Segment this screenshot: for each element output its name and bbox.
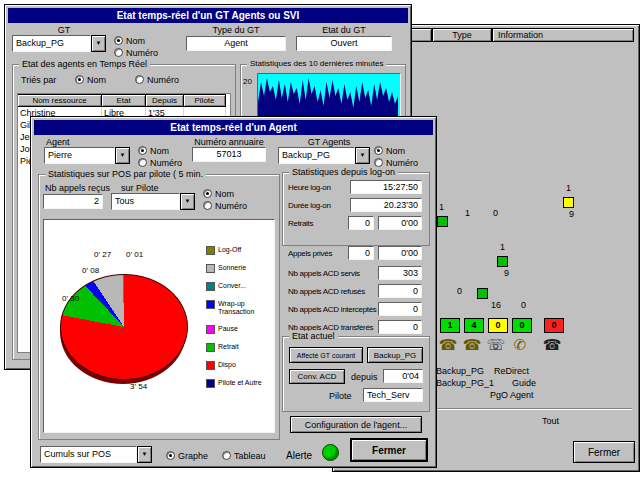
- desktop: Type Information 1911019016014000☎☎☏✆☎Ba…: [0, 0, 640, 480]
- pilote-label: Pilote: [329, 391, 352, 401]
- gt-agents-combobox-value[interactable]: Backup_PG: [278, 147, 355, 164]
- radio-label: Nom: [87, 75, 106, 85]
- radio-circle: [203, 189, 212, 198]
- radio-gtagents-nom[interactable]: Nom: [374, 145, 405, 156]
- legend-label: Wrap-up Transaction: [218, 300, 270, 316]
- etat-actuel-group: Etat actuel Affecté GT courant Backup_PG…: [282, 336, 430, 412]
- gt-window-titlebar[interactable]: Etat temps-réel d'un GT Agents ou SVI: [8, 8, 408, 23]
- node-count-label: 0: [493, 208, 498, 218]
- agents-group-title: Etat des agents en Temps Réel: [19, 59, 150, 69]
- alerte-label: Alerte: [286, 450, 312, 461]
- agent-window-titlebar[interactable]: Etat temps-réel d'un Agent: [34, 120, 433, 135]
- radio-circle: [374, 146, 383, 155]
- pie-panel: 0' 270' 010' 080' 303' 54 Log-OffSonneri…: [43, 219, 275, 433]
- table-column-header[interactable]: Etat: [102, 94, 146, 107]
- conv-acd-button[interactable]: Conv. ACD: [289, 369, 345, 384]
- legend-swatch-icon: [206, 343, 215, 352]
- cumuls-combobox[interactable]: Cumuls sur POS ▼: [40, 446, 152, 463]
- table-column-header[interactable]: Pilote: [184, 94, 226, 107]
- radio-pilote-numero[interactable]: Numéro: [203, 200, 247, 211]
- fermer-button-overview[interactable]: Fermer: [573, 441, 635, 463]
- config-agent-button[interactable]: Configuration de l'agent...: [290, 416, 422, 433]
- dropdown-arrow-icon[interactable]: ▼: [115, 147, 130, 164]
- radio-agent-numero[interactable]: Numéro: [138, 157, 182, 168]
- legend-label: Conver...: [218, 282, 246, 290]
- dropdown-arrow-icon[interactable]: ▼: [355, 147, 370, 164]
- agent-combobox[interactable]: Pierre ▼: [44, 147, 130, 164]
- agent-combobox-value[interactable]: Pierre: [44, 147, 115, 164]
- stat-label: Durée log-on: [288, 201, 331, 210]
- legend-swatch-icon: [206, 300, 215, 309]
- radio-agent-nom[interactable]: Nom: [138, 145, 169, 156]
- legend-item: Log-Off: [206, 246, 270, 255]
- phone-icon[interactable]: ☎: [542, 334, 562, 356]
- stat-value: 0'00: [378, 216, 422, 230]
- table-column-header[interactable]: Nom ressource: [18, 94, 102, 107]
- radio-graphe[interactable]: Graphe: [166, 450, 208, 461]
- legend-item: Dispo: [206, 361, 270, 370]
- radio-tableau[interactable]: Tableau: [222, 450, 266, 461]
- stat-value: 20.23'30: [350, 198, 422, 212]
- pie-legend: Log-OffSonnerieConver...Wrap-up Transact…: [206, 246, 270, 397]
- gt-agents-combobox[interactable]: Backup_PG ▼: [278, 147, 370, 164]
- stat-label: Appels privés: [288, 249, 332, 258]
- alerte-led: [322, 444, 339, 461]
- node-count-label: 1: [439, 202, 444, 212]
- stat-value: 0: [378, 284, 422, 298]
- node-count-label: 9: [504, 268, 509, 278]
- gt-combobox-value[interactable]: Backup_PG: [12, 35, 91, 52]
- phone-icon[interactable]: ☎: [462, 334, 482, 356]
- radio-label: Numéro: [126, 48, 158, 58]
- fermer-button-agent[interactable]: Fermer: [350, 438, 428, 462]
- stat-value: 0'00: [378, 246, 422, 260]
- agent-label: Agent: [46, 137, 70, 147]
- etat-actuel-title: Etat actuel: [289, 331, 338, 341]
- stat-label: Nb appels ACD servis: [288, 269, 360, 278]
- pilote-combobox[interactable]: Tous ▼: [111, 193, 195, 210]
- node-square: [497, 256, 508, 267]
- table-header-row: Nom ressourceEtatDepuisPilote: [18, 94, 230, 107]
- radio-label: Graphe: [178, 451, 208, 461]
- dropdown-arrow-icon[interactable]: ▼: [91, 35, 106, 52]
- legend-swatch-icon: [206, 282, 215, 291]
- node-square: [437, 216, 448, 227]
- radio-tries-nom[interactable]: Nom: [75, 74, 106, 85]
- pilot-state-indicator: 1: [440, 318, 460, 333]
- ten-min-stats-title: Statistiques des 10 dernières minutes: [247, 59, 386, 68]
- ten-min-chart-svg: [258, 74, 398, 120]
- affecte-gt-button[interactable]: Affecté GT courant: [289, 347, 363, 363]
- phone-icon[interactable]: ☎: [438, 334, 458, 356]
- radio-pilote-nom[interactable]: Nom: [203, 188, 234, 199]
- stat-label: Nb appels ACD refusés: [288, 287, 365, 296]
- radio-circle: [203, 201, 212, 210]
- cumuls-combobox-value[interactable]: Cumuls sur POS: [40, 446, 137, 463]
- pilot-label: PgO Agent: [490, 390, 534, 400]
- backup-pg-button[interactable]: Backup_PG: [367, 347, 423, 363]
- y-axis-tick: 20: [243, 77, 252, 86]
- legend-item: Conver...: [206, 282, 270, 291]
- pilote-combobox-value[interactable]: Tous: [111, 193, 180, 210]
- dropdown-arrow-icon[interactable]: ▼: [137, 446, 152, 463]
- radio-label: Nom: [126, 36, 145, 46]
- radio-label: Numéro: [147, 75, 179, 85]
- dropdown-arrow-icon[interactable]: ▼: [180, 193, 195, 210]
- nb-recus-value: 2: [43, 194, 103, 209]
- node-count-label: 16: [491, 300, 501, 310]
- node-count-label: 1: [465, 208, 470, 218]
- radio-circle: [222, 451, 231, 460]
- radio-gt-numero[interactable]: Numéro: [114, 47, 158, 58]
- handset-icon[interactable]: ☏: [486, 334, 506, 356]
- node-count-label: 1: [566, 183, 571, 193]
- gt-combobox[interactable]: Backup_PG ▼: [12, 35, 106, 52]
- nb-recus-label: Nb appels reçus: [45, 183, 110, 193]
- radio-circle: [138, 158, 147, 167]
- radio-tries-numero[interactable]: Numéro: [135, 74, 179, 85]
- pilot-label: Guide: [512, 378, 536, 388]
- phone-icon[interactable]: ✆: [510, 334, 530, 356]
- radio-gt-nom[interactable]: Nom: [114, 35, 145, 46]
- stat-label: Heure log-on: [288, 183, 331, 192]
- stat-value: 0: [348, 216, 374, 230]
- table-column-header[interactable]: Depuis: [146, 94, 184, 107]
- radio-label: Tableau: [234, 451, 266, 461]
- pilot-state-indicator: 4: [464, 318, 484, 333]
